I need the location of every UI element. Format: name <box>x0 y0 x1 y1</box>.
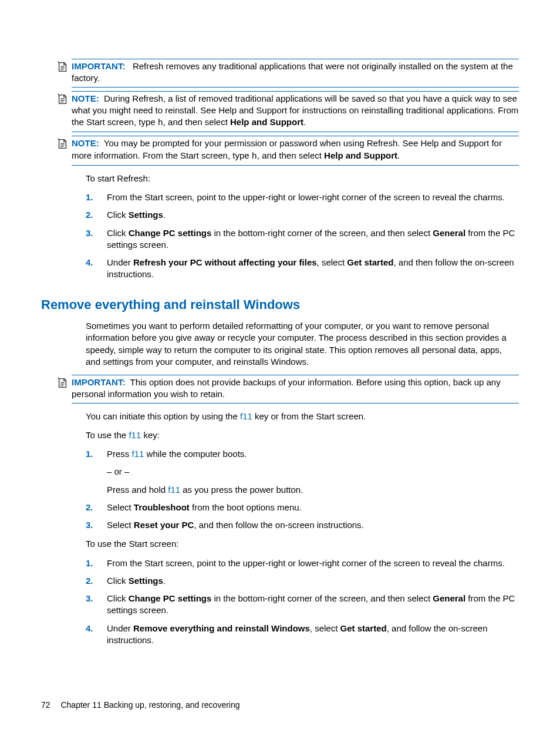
note-icon <box>56 377 69 389</box>
step-bold: Settings <box>129 576 163 586</box>
text: key: <box>141 430 160 440</box>
note-icon <box>56 61 69 73</box>
note-icon <box>56 93 69 106</box>
steps-refresh: From the Start screen, point to the uppe… <box>86 191 519 281</box>
text: key or from the Start screen. <box>252 411 366 421</box>
note-callout: NOTE: You may be prompted for your permi… <box>72 136 519 166</box>
f11-key: f11 <box>129 430 141 440</box>
important-callout: IMPORTANT: This option does not provide … <box>72 375 519 404</box>
step-text: Under <box>107 623 133 633</box>
step: Click Change PC settings in the bottom-r… <box>107 593 519 617</box>
step: Press f11 while the computer boots. – or… <box>107 448 519 496</box>
step-bold: Get started <box>340 623 387 633</box>
f11-key: f11 <box>132 449 144 459</box>
step: Click Settings. <box>107 209 519 221</box>
key-literal: h <box>158 118 163 128</box>
step-text: Click <box>107 576 129 586</box>
step-text: , and then follow the on-screen instruct… <box>194 520 363 530</box>
step-bold: Remove everything and reinstall Windows <box>133 623 310 633</box>
important-text: Refresh removes any traditional applicat… <box>72 61 513 83</box>
key-literal: h <box>252 152 257 162</box>
step-text: while the computer boots. <box>144 449 247 459</box>
note-text: . <box>303 117 306 127</box>
important-label: IMPORTANT: <box>72 61 125 71</box>
step-text: Click <box>107 593 129 603</box>
step-text: Select <box>107 520 134 530</box>
steps-start: From the Start screen, point to the uppe… <box>86 557 519 647</box>
step-text: , select <box>317 257 348 267</box>
paragraph: To start Refresh: <box>86 173 519 184</box>
step: Click Change PC settings in the bottom-r… <box>107 227 519 251</box>
step-text: in the bottom-right corner of the screen… <box>211 593 433 603</box>
note-icon <box>56 137 69 150</box>
step: Under Refresh your PC without affecting … <box>107 257 519 281</box>
step-bold: Get started <box>347 257 393 267</box>
step-text: From the Start screen, point to the uppe… <box>107 192 505 202</box>
step-bold: Reset your PC <box>134 520 194 530</box>
step-text: from the boot options menu. <box>190 502 302 512</box>
page-number: 72 <box>41 700 50 710</box>
note-label: NOTE: <box>72 138 99 148</box>
step-bold: Settings <box>129 210 163 220</box>
paragraph: To use the Start screen: <box>86 538 519 550</box>
help-support-bold: Help and Support <box>230 117 303 127</box>
step-bold: Change PC settings <box>129 593 212 603</box>
note-label: NOTE: <box>72 93 99 103</box>
step-text: From the Start screen, point to the uppe… <box>107 558 505 568</box>
or-separator: – or – <box>107 466 519 478</box>
step-text: in the bottom-right corner of the screen… <box>211 228 433 238</box>
page-footer: 72 Chapter 11 Backing up, restoring, and… <box>41 700 240 711</box>
note-callout: NOTE: During Refresh, a list of removed … <box>72 91 519 133</box>
paragraph: You can initiate this option by using th… <box>86 411 519 422</box>
f11-key: f11 <box>240 411 252 421</box>
text: To use the <box>86 430 129 440</box>
help-support-bold: Help and Support <box>324 150 397 160</box>
step: From the Start screen, point to the uppe… <box>107 191 519 203</box>
step: Select Reset your PC, and then follow th… <box>107 519 519 531</box>
step-text: Press and hold <box>107 485 168 495</box>
step-text: as you press the power button. <box>180 485 303 495</box>
step-text: , select <box>310 623 340 633</box>
step-text: Click <box>107 210 129 220</box>
step: From the Start screen, point to the uppe… <box>107 557 519 569</box>
text: You can initiate this option by using th… <box>86 411 240 421</box>
note-text: . <box>397 150 400 160</box>
important-callout: IMPORTANT: Refresh removes any tradition… <box>72 59 519 88</box>
note-text: , and then select <box>163 117 230 127</box>
step: Under Remove everything and reinstall Wi… <box>107 623 519 647</box>
step-bold: Refresh your PC without affecting your f… <box>133 257 317 267</box>
step-text: . <box>163 210 166 220</box>
step-text: Under <box>107 257 133 267</box>
paragraph: To use the f11 key: <box>86 429 519 441</box>
step-text: Click <box>107 228 129 238</box>
note-text: , and then select <box>257 150 324 160</box>
f11-key: f11 <box>168 485 180 495</box>
step-bold: Troubleshoot <box>134 502 190 512</box>
step-text: Select <box>107 502 134 512</box>
paragraph: Sometimes you want to perform detailed r… <box>86 320 519 368</box>
step-bold: General <box>433 593 465 603</box>
chapter-title: Chapter 11 Backing up, restoring, and re… <box>60 700 239 710</box>
important-text: This option does not provide backups of … <box>72 377 501 399</box>
step-text: . <box>163 576 166 586</box>
important-label: IMPORTANT: <box>72 377 125 387</box>
step: Select Troubleshoot from the boot option… <box>107 502 519 513</box>
step: Click Settings. <box>107 575 519 587</box>
step-bold: General <box>433 228 465 238</box>
steps-f11: Press f11 while the computer boots. – or… <box>86 448 519 531</box>
section-heading: Remove everything and reinstall Windows <box>41 296 519 314</box>
step-text: Press <box>107 449 132 459</box>
step-bold: Change PC settings <box>129 228 212 238</box>
page: IMPORTANT: Refresh removes any tradition… <box>0 0 560 746</box>
